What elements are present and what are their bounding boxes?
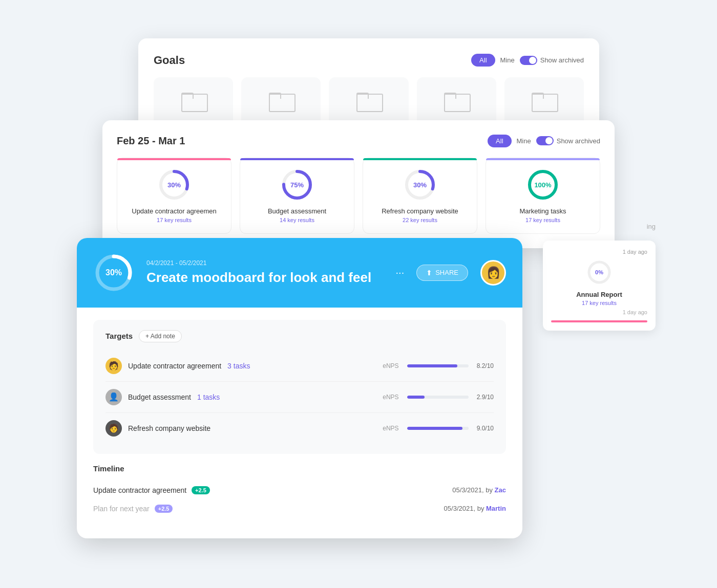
target-row-1: 🧑 Update contractor agreement 3 tasks eN…: [106, 351, 494, 382]
folder-card-3[interactable]: [329, 77, 408, 127]
annual-report-pct: 0%: [595, 269, 603, 275]
folder-card-5[interactable]: [504, 77, 584, 127]
target-1-bar-wrap: [407, 364, 469, 367]
target-2-avatar: 👤: [106, 389, 122, 405]
folder-icon-3: [356, 93, 381, 112]
target-1-avatar: 🧑: [106, 358, 122, 374]
right-label: ing: [543, 223, 656, 230]
target-2-bar-wrap: [407, 396, 469, 399]
detail-date: 04/2/2021 - 05/2/2021: [146, 259, 379, 267]
week-header: Feb 25 - Mar 1 All Mine Show archived: [117, 135, 600, 147]
timeline-1-author: Zac: [495, 486, 506, 494]
annual-report-time2: 1 day ago: [551, 309, 647, 315]
goals-mine-button[interactable]: Mine: [500, 56, 515, 64]
timeline-2-right: 05/3/2021, by Martin: [444, 505, 506, 512]
week-archive-label: Show archived: [557, 137, 600, 145]
annual-report-bar: [551, 320, 647, 322]
timeline-1-name: Update contractor agreement: [93, 486, 186, 494]
goals-archive-toggle[interactable]: [520, 56, 537, 65]
folder-card-4[interactable]: [417, 77, 496, 127]
goal-cards-row: 30% Update contractor agreemen 17 key re…: [117, 158, 600, 234]
annual-report-card[interactable]: 1 day ago 0% Annual Report 17 key result…: [543, 241, 656, 331]
goal-card-1-name: Update contractor agreemen: [132, 207, 216, 215]
add-note-button[interactable]: + Add note: [139, 330, 182, 342]
target-3-right: eNPS 9.0/10: [383, 425, 494, 432]
folders-row: [154, 77, 584, 127]
folder-icon-5: [532, 93, 556, 112]
detail-body: Targets + Add note 🧑 Update contractor a…: [77, 308, 522, 538]
goal-card-3-progress: 30%: [404, 168, 436, 201]
goals-title: Goals: [154, 54, 185, 67]
target-1-bar-bg: [407, 364, 469, 367]
timeline-row-2: Plan for next year +2.5 05/3/2021, by Ma…: [93, 499, 506, 518]
folder-icon-1: [181, 93, 206, 112]
share-button[interactable]: ⬆ SHARE: [416, 265, 468, 281]
folder-card-1[interactable]: [154, 77, 233, 127]
target-2-metric: eNPS: [383, 394, 398, 401]
target-1-left: 🧑 Update contractor agreement 3 tasks: [106, 358, 250, 374]
detail-header: 30% 04/2/2021 - 05/2/2021 Create moodboa…: [77, 238, 522, 308]
target-1-bar-fill: [407, 364, 457, 367]
target-3-avatar: 🧑: [106, 420, 122, 437]
target-2-left: 👤 Budget assessment 1 tasks: [106, 389, 220, 405]
goal-card-1-pct: 30%: [167, 181, 181, 188]
week-archive-toggle[interactable]: [536, 136, 554, 145]
timeline-row-1: Update contractor agreement +2.5 05/3/20…: [93, 481, 506, 499]
target-3-bar-wrap: [407, 427, 469, 430]
timeline-2-badge: +2.5: [155, 505, 173, 513]
right-cards: ing 1 day ago 0% Annual Report 17 key re…: [543, 223, 656, 331]
goal-card-4-pct: 100%: [534, 181, 551, 188]
goal-card-1-progress: 30%: [158, 168, 191, 201]
goals-archive-toggle-wrap: Show archived: [520, 56, 584, 65]
goals-all-button[interactable]: All: [471, 54, 495, 67]
week-filters: All Mine Show archived: [488, 135, 600, 147]
goal-card-3-name: Refresh company website: [382, 207, 458, 215]
target-2-bar-bg: [407, 396, 469, 399]
detail-menu-icon[interactable]: ···: [396, 267, 405, 278]
target-1-right: eNPS 8.2/10: [383, 362, 494, 369]
goal-card-3-sub: 22 key results: [403, 217, 437, 223]
goal-card-2-pct: 75%: [290, 181, 304, 188]
goal-card-4-progress: 100%: [526, 168, 559, 201]
timeline-1-badge: +2.5: [192, 486, 210, 494]
week-all-button[interactable]: All: [488, 135, 511, 147]
target-1-metric: eNPS: [383, 362, 398, 369]
detail-progress-circle: 30%: [93, 252, 134, 293]
goals-archive-label: Show archived: [540, 56, 584, 64]
goals-filters: All Mine Show archived: [471, 54, 584, 67]
folder-card-2[interactable]: [241, 77, 321, 127]
goal-card-3-pct: 30%: [413, 181, 427, 188]
goal-card-3[interactable]: 30% Refresh company website 22 key resul…: [363, 158, 477, 234]
week-archive-toggle-wrap: Show archived: [536, 136, 600, 145]
week-panel: Feb 25 - Mar 1 All Mine Show archived 30: [102, 120, 615, 248]
annual-report-time: 1 day ago: [551, 249, 647, 255]
folder-icon-4: [444, 93, 469, 112]
target-3-score: 9.0/10: [477, 425, 494, 432]
detail-title: Create moodboard for look and feel: [146, 270, 379, 286]
targets-header: Targets + Add note: [106, 330, 494, 342]
share-icon: ⬆: [426, 269, 432, 277]
week-mine-button[interactable]: Mine: [517, 137, 531, 145]
annual-report-sub: 17 key results: [551, 300, 647, 306]
target-2-bar-fill: [407, 396, 425, 399]
goal-card-1[interactable]: 30% Update contractor agreemen 17 key re…: [117, 158, 231, 234]
timeline-title: Timeline: [93, 464, 506, 473]
folder-icon-2: [269, 93, 293, 112]
target-2-right: eNPS 2.9/10: [383, 394, 494, 401]
timeline-2-name: Plan for next year: [93, 505, 150, 513]
goal-card-1-sub: 17 key results: [157, 217, 192, 223]
goal-card-4-name: Marketing tasks: [519, 207, 566, 215]
target-1-link[interactable]: 3 tasks: [227, 362, 250, 370]
annual-report-circle: 0%: [586, 259, 613, 286]
target-3-bar-bg: [407, 427, 469, 430]
user-avatar: 👩: [480, 260, 506, 286]
goal-card-2[interactable]: 75% Budget assessment 14 key results: [240, 158, 354, 234]
annual-report-name: Annual Report: [551, 291, 647, 298]
target-1-name: Update contractor agreement: [128, 362, 221, 370]
target-row-3: 🧑 Refresh company website eNPS 9.0/10: [106, 413, 494, 444]
target-3-metric: eNPS: [383, 425, 398, 432]
target-2-link[interactable]: 1 tasks: [197, 393, 220, 401]
week-title: Feb 25 - Mar 1: [117, 135, 185, 147]
timeline-1-right: 05/3/2021, by Zac: [452, 486, 506, 494]
timeline-2-author: Martin: [486, 505, 506, 512]
